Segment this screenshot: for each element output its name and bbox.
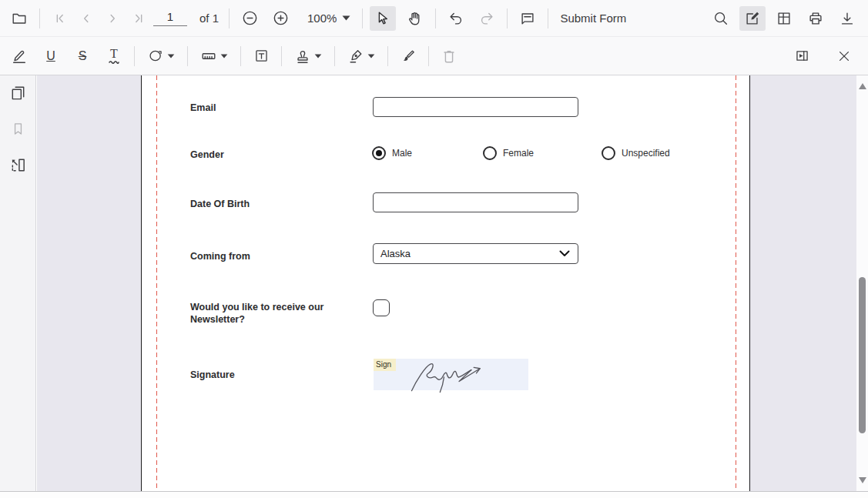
redo-button[interactable] [474,6,500,31]
close-icon [836,48,852,64]
divider [507,8,508,28]
pan-tool-button[interactable] [402,6,428,31]
annotate-button[interactable] [739,6,766,31]
divider [334,46,335,66]
gender-radio-female[interactable] [483,146,497,160]
document-editor-button[interactable] [771,6,797,31]
gender-radio-unspecified-label: Unspecified [622,148,670,159]
page-number-input[interactable]: 1 [153,10,187,26]
zoom-out-button[interactable] [236,6,263,31]
measure-tool-button[interactable] [195,44,233,69]
viewport-bottom-edge [0,491,868,498]
signature-icon [347,48,364,65]
submit-form-button[interactable]: Submit Form [560,12,626,25]
stamp-icon [294,48,311,65]
squiggly-icon: T [109,48,119,64]
divider [187,46,188,66]
vertical-scrollbar[interactable] [856,75,868,491]
gender-option-female[interactable]: Female [483,146,534,160]
open-document-button[interactable] [6,6,32,31]
comment-icon [519,10,536,27]
coming-from-select[interactable]: Alaska [373,243,578,264]
chevron-down-icon [559,250,570,257]
textbox-icon [253,48,270,64]
annotate-icon [744,10,761,27]
gender-radio-female-label: Female [503,148,534,159]
sidebar-annotations-button[interactable] [9,156,27,174]
coming-from-value: Alaska [380,248,559,259]
first-page-button[interactable] [47,6,73,31]
undo-icon [447,10,464,27]
shape-tool-button[interactable] [142,44,180,69]
underline-icon: U [46,50,55,62]
strikeout-tool-button[interactable]: S [69,44,96,69]
previous-page-button[interactable] [73,6,99,31]
gender-option-male[interactable]: Male [372,146,412,160]
scroll-up-arrow-icon[interactable] [859,83,866,89]
main-toolbar: 1 of 1 100% [0,0,868,37]
caret-down-icon [167,54,175,58]
download-button[interactable] [834,6,860,31]
zoom-in-button[interactable] [267,6,293,31]
dob-label: Date Of Birth [190,198,250,210]
signature-scribble [406,359,514,394]
annotations-icon [9,156,27,174]
brush-tool-button[interactable] [395,44,421,69]
zoom-level-dropdown[interactable]: 100% [303,12,355,25]
stamp-tool-button[interactable] [289,44,327,69]
undo-button[interactable] [443,6,469,31]
annotation-toolbar-right [789,44,857,69]
caret-down-icon [314,54,322,58]
ink-tool-button[interactable] [6,44,32,69]
signature-field[interactable]: Sign [374,359,528,390]
caret-down-icon [220,54,228,58]
next-page-button[interactable] [99,6,126,31]
gender-label: Gender [190,149,224,161]
underline-tool-button[interactable]: U [38,44,64,69]
scrollbar-thumb[interactable] [859,277,866,433]
first-page-icon [52,10,69,27]
gender-option-unspecified[interactable]: Unspecified [602,146,670,160]
open-document-icon [11,10,28,27]
last-page-icon [130,10,147,27]
collapse-panel-button[interactable] [789,44,815,69]
download-icon [839,10,856,27]
divider [39,8,40,28]
textbox-tool-button[interactable] [248,44,274,69]
document-editor-icon [776,10,793,27]
divider [240,46,241,66]
page-count-label: of 1 [199,12,219,25]
divider [387,46,388,66]
print-icon [807,10,824,27]
brush-icon [400,48,417,65]
gender-radio-unspecified[interactable] [602,146,615,160]
email-label: Email [190,102,216,114]
squiggly-tool-button[interactable]: T [101,44,127,69]
delete-icon [441,48,457,65]
pan-tool-icon [407,10,424,27]
print-button[interactable] [803,6,829,31]
last-page-button[interactable] [126,6,152,31]
signature-tool-button[interactable] [342,44,380,69]
newsletter-checkbox[interactable] [373,299,390,316]
email-input[interactable] [373,97,578,117]
gender-radio-male[interactable] [372,146,386,160]
divider [229,8,230,28]
signature-sign-tab[interactable]: Sign [374,359,396,371]
next-page-icon [104,10,121,27]
scroll-down-arrow-icon[interactable] [859,477,866,483]
zoom-level-value: 100% [307,12,337,25]
margin-guide-left [156,75,157,491]
sidebar-strip [0,75,36,491]
search-button[interactable] [708,6,734,31]
sidebar-thumbnails-button[interactable] [9,84,27,102]
pointer-tool-button[interactable] [370,6,396,31]
caret-down-icon [342,15,350,21]
comment-button[interactable] [514,6,541,31]
dob-input[interactable] [373,192,578,212]
ink-icon [11,48,28,65]
bookmark-icon [10,121,26,137]
delete-annotation-button[interactable] [436,44,462,69]
close-toolbar-button[interactable] [831,44,857,69]
sidebar-bookmarks-button[interactable] [10,121,26,137]
